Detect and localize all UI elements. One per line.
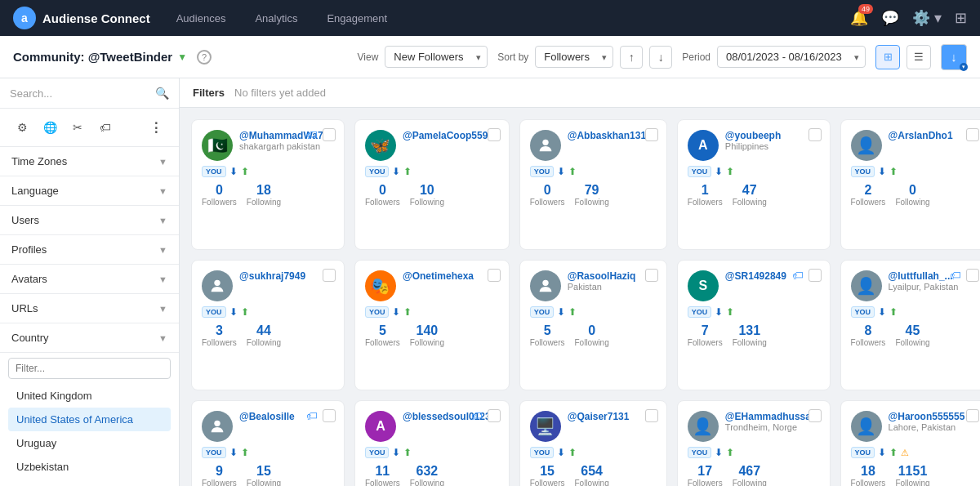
notifications-button[interactable]: 🔔 49 [850, 9, 868, 27]
country-item-usa[interactable]: United States of America [8, 408, 171, 431]
card-username-2[interactable]: @Abbaskhan1313 [568, 130, 657, 141]
sort-select[interactable]: Followers [535, 46, 613, 68]
user-card[interactable]: 🦋 @PamelaCoop559.... YOU ⬇ ⬆ 0 Followers… [354, 119, 510, 250]
card-warning-icon-14: ⚠ [901, 448, 909, 458]
card-username-7[interactable]: @RasoolHaziq [568, 270, 657, 282]
card-tag-icon-0[interactable]: 🏷 [306, 128, 318, 141]
card-username-1[interactable]: @PamelaCoop559.... [403, 130, 499, 141]
card-tag-icon-11[interactable]: 🏷 [471, 409, 483, 422]
export-badge: ▾ [960, 63, 968, 71]
apps-button[interactable]: ⊞ [955, 9, 967, 27]
filter-tag-button[interactable]: 🏷 [93, 115, 118, 140]
nav-audiences[interactable]: Audiences [170, 9, 233, 28]
card-checkbox-7[interactable] [645, 269, 658, 282]
card-checkbox-5[interactable] [323, 269, 336, 282]
country-item-uk[interactable]: United Kingdom [8, 384, 171, 408]
card-username-4[interactable]: @ArslanDho1 [889, 130, 978, 141]
messages-button[interactable]: 💬 [881, 9, 899, 27]
card-username-5[interactable]: @sukhraj7949 [239, 270, 334, 282]
sort-desc-button[interactable]: ↓ [649, 46, 672, 69]
user-card[interactable]: 🏷 @Bealosille YOU ⬇ ⬆ 9 Followers 15 Fol… [191, 400, 345, 486]
urls-header[interactable]: URLs ▼ [0, 294, 179, 323]
list-view-button[interactable]: ☰ [906, 45, 931, 69]
settings-button[interactable]: ⚙️ ▾ [912, 9, 942, 27]
card-username-8[interactable]: @SR1492849 [725, 270, 820, 282]
card-checkbox-4[interactable] [966, 128, 979, 141]
search-icon[interactable]: 🔍 [155, 87, 169, 100]
country-header[interactable]: Country ▼ [0, 323, 179, 352]
card-username-9[interactable]: @luttfullah_... [889, 270, 978, 282]
profiles-header[interactable]: Profiles ▼ [0, 235, 179, 264]
nav-engagement[interactable]: Engagement [320, 9, 394, 28]
card-location-3: Philippines [725, 141, 820, 151]
you-badge-7: YOU [530, 306, 555, 318]
nav-analytics[interactable]: Analytics [248, 9, 304, 28]
card-tag-icon-9[interactable]: 🏷 [950, 269, 961, 282]
filter-settings-button[interactable]: ⚙ [10, 115, 34, 140]
card-followers-label-1: Followers [365, 198, 400, 207]
language-header[interactable]: Language ▼ [0, 176, 179, 205]
user-card[interactable]: 🏷 👤 @luttfullah_... Lyailpur, Pakistan Y… [840, 260, 980, 390]
you-badge-8: YOU [688, 306, 712, 318]
user-card[interactable]: @sukhraj7949 YOU ⬇ ⬆ 3 Followers 44 Foll… [191, 260, 345, 390]
user-card[interactable]: 🏷 S @SR1492849 YOU ⬇ ⬆ 7 Followers 131 F… [677, 260, 831, 390]
card-username-10[interactable]: @Bealosille [239, 411, 334, 422]
nav-links: Audiences Analytics Engagement [170, 9, 831, 28]
filter-globe-button[interactable]: 🌐 [38, 115, 62, 140]
you-badge-6: YOU [365, 306, 390, 318]
card-username-11[interactable]: @blessedsoul0123 [403, 411, 499, 422]
user-card[interactable]: 👤 @Haroon555555 Lahore, Pakistan YOU ⬇ ⬆… [840, 400, 980, 486]
card-username-14[interactable]: @Haroon555555 [889, 411, 978, 422]
card-arrow-down-6: ⬇ [392, 306, 400, 318]
user-card[interactable]: A @youbeeph Philippines YOU ⬇ ⬆ 1 Follow… [677, 119, 831, 250]
country-item-uruguay[interactable]: Uruguay [8, 431, 171, 455]
users-header[interactable]: Users ▼ [0, 206, 179, 234]
country-filter-input[interactable] [8, 358, 171, 379]
card-checkbox-0[interactable] [323, 128, 336, 141]
card-checkbox-9[interactable] [966, 269, 979, 282]
card-checkbox-11[interactable] [488, 409, 501, 422]
country-item-uzbekistan[interactable]: Uzbekistan [8, 455, 171, 479]
user-card[interactable]: 🏷 A @blessedsoul0123 YOU ⬇ ⬆ 11 Follower… [354, 400, 510, 486]
country-item-vanuatu[interactable]: Vanuatu [8, 479, 171, 486]
card-tag-icon-10[interactable]: 🏷 [306, 409, 318, 422]
card-username-12[interactable]: @Qaiser7131 [568, 411, 657, 422]
card-checkbox-10[interactable] [323, 409, 336, 422]
card-checkbox-13[interactable] [808, 409, 822, 422]
filter-scissors-button[interactable]: ✂ [65, 115, 90, 140]
export-button[interactable]: ↓ ▾ [941, 44, 967, 70]
avatars-header[interactable]: Avatars ▼ [0, 265, 179, 293]
card-checkbox-2[interactable] [645, 128, 658, 141]
user-card[interactable]: @Abbaskhan1313 YOU ⬇ ⬆ 0 Followers 79 Fo… [519, 119, 667, 250]
sort-select-wrapper: Followers [535, 46, 613, 68]
card-checkbox-1[interactable] [488, 128, 501, 141]
card-tag-icon-8[interactable]: 🏷 [792, 269, 804, 282]
card-username-3[interactable]: @youbeeph [725, 130, 820, 141]
card-username-13[interactable]: @EHammadhussain [725, 411, 820, 422]
time-zones-header[interactable]: Time Zones ▼ [0, 147, 179, 176]
you-badge-12: YOU [530, 447, 555, 458]
card-username-0[interactable]: @MuhammadWa7.... [239, 130, 334, 141]
view-select[interactable]: New Followers [385, 46, 488, 68]
user-card[interactable]: 👤 @EHammadhussain Trondheim, Norge YOU ⬇… [677, 400, 831, 486]
sort-asc-button[interactable]: ↑ [620, 46, 643, 69]
user-card[interactable]: 🎭 @Onetimehexa YOU ⬇ ⬆ 5 Followers 140 F… [354, 260, 510, 390]
top-nav: a Audiense Connect Audiences Analytics E… [0, 0, 980, 36]
card-checkbox-8[interactable] [808, 269, 822, 282]
help-button[interactable]: ? [197, 50, 212, 65]
user-card[interactable]: @RasoolHaziq Pakistan YOU ⬇ ⬆ 5 Follower… [519, 260, 667, 390]
card-checkbox-14[interactable] [966, 409, 979, 422]
user-card[interactable]: 🖥️ @Qaiser7131 YOU ⬇ ⬆ 15 Followers 654 … [519, 400, 667, 486]
card-checkbox-3[interactable] [808, 128, 822, 141]
period-select[interactable]: 08/01/2023 - 08/16/2023 [717, 46, 866, 68]
user-card[interactable]: 👤 @ArslanDho1 YOU ⬇ ⬆ 2 Followers 0 Foll… [840, 119, 980, 250]
grid-view-button[interactable]: ⊞ [875, 45, 900, 69]
card-checkbox-12[interactable] [645, 409, 658, 422]
user-card[interactable]: 🏷 🇵🇰 @MuhammadWa7.... shakargarh pakista… [191, 119, 345, 250]
card-username-6[interactable]: @Onetimehexa [403, 270, 499, 282]
community-selector[interactable]: Community: @TweetBinder ▼ [13, 50, 187, 64]
filter-more-button[interactable]: ⋮ [143, 117, 169, 139]
card-user-info-13: @EHammadhussain Trondheim, Norge [725, 411, 820, 432]
card-checkbox-6[interactable] [488, 269, 501, 282]
search-input[interactable] [10, 87, 150, 100]
